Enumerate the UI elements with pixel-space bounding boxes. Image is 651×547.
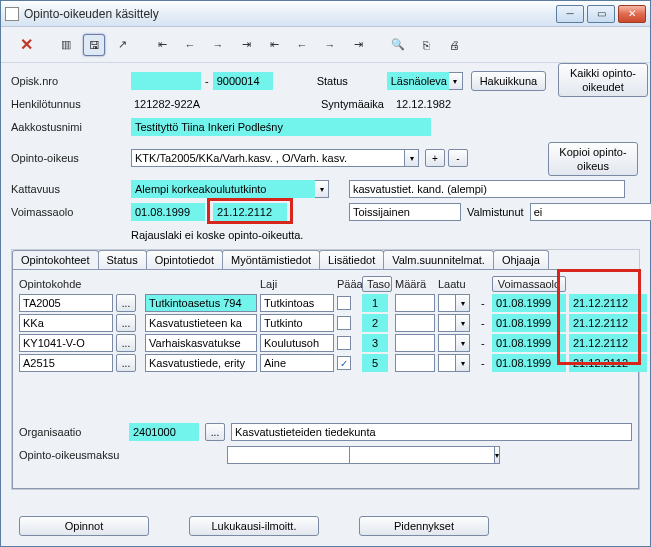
- row-dash: -: [481, 297, 489, 309]
- taso-header[interactable]: Taso: [362, 276, 392, 292]
- row-code[interactable]: [19, 294, 113, 312]
- row-maara[interactable]: [395, 294, 435, 312]
- row-maara[interactable]: [395, 354, 435, 372]
- kattavuus-combo[interactable]: Alempi korkeakoulututkinto ▾: [131, 180, 329, 198]
- label-valmistunut: Valmistunut: [461, 206, 530, 218]
- label-organisaatio: Organisaatio: [19, 426, 129, 438]
- tab-valm-suunnitelmat-[interactable]: Valm.suunnitelmat.: [383, 250, 494, 269]
- tab-ohjaaja[interactable]: Ohjaaja: [493, 250, 549, 269]
- first-icon[interactable]: ⇤: [151, 34, 173, 56]
- row-laji[interactable]: [260, 314, 334, 332]
- status-combo[interactable]: Läsnäoleva ▾: [387, 72, 463, 90]
- row-taso[interactable]: 5: [362, 354, 388, 372]
- add-opinto-button[interactable]: +: [425, 149, 445, 167]
- valmistunut-combo[interactable]: ▾: [530, 203, 620, 221]
- prev2-icon[interactable]: ←: [291, 34, 313, 56]
- lukukausi-button[interactable]: Lukukausi-ilmoitt.: [189, 516, 319, 536]
- next-icon[interactable]: →: [207, 34, 229, 56]
- row-laatu-combo[interactable]: ▾: [438, 334, 478, 352]
- tab-status[interactable]: Status: [98, 250, 147, 269]
- kopioi-opinto-oikeus-button[interactable]: Kopioi opinto-oikeus: [548, 142, 638, 176]
- hakuikkuna-button[interactable]: Hakuikkuna: [471, 71, 546, 91]
- pidennykset-button[interactable]: Pidennykset: [359, 516, 489, 536]
- last-icon[interactable]: ⇥: [235, 34, 257, 56]
- next2-icon[interactable]: →: [319, 34, 341, 56]
- tab-opintokohteet[interactable]: Opintokohteet: [12, 250, 99, 269]
- opinto-oikeus-combo[interactable]: ▾: [131, 149, 419, 167]
- kaikki-opinto-oikeudet-button[interactable]: Kaikki opinto-oikeudet: [558, 63, 648, 97]
- opinnot-button[interactable]: Opinnot: [19, 516, 149, 536]
- remove-opinto-button[interactable]: -: [448, 149, 468, 167]
- row-maara[interactable]: [395, 314, 435, 332]
- tab-lis-tiedot[interactable]: Lisätiedot: [319, 250, 384, 269]
- minimize-button[interactable]: ─: [556, 5, 584, 23]
- row-name[interactable]: [145, 334, 257, 352]
- row-code[interactable]: [19, 334, 113, 352]
- row-laatu-combo[interactable]: ▾: [438, 314, 478, 332]
- row-browse-button[interactable]: ...: [116, 354, 136, 372]
- row-name[interactable]: [145, 314, 257, 332]
- save-icon[interactable]: 🖫: [83, 34, 105, 56]
- voim-start[interactable]: 01.08.1999: [131, 203, 205, 221]
- voim-header[interactable]: Voimassaolo: [492, 276, 566, 292]
- search-icon[interactable]: 🔍: [387, 34, 409, 56]
- cancel-icon[interactable]: ✕: [15, 34, 37, 56]
- row-taso[interactable]: 2: [362, 314, 388, 332]
- row-laatu-combo[interactable]: ▾: [438, 294, 478, 312]
- organisaatio-name-field[interactable]: [231, 423, 632, 441]
- footer: Opinnot Lukukausi-ilmoitt. Pidennykset: [1, 510, 650, 546]
- print-icon[interactable]: 🖨: [443, 34, 465, 56]
- row-laji[interactable]: [260, 294, 334, 312]
- maximize-button[interactable]: ▭: [587, 5, 615, 23]
- copy-icon[interactable]: ⎘: [415, 34, 437, 56]
- row-name[interactable]: [145, 354, 257, 372]
- label-aakkostusnimi: Aakkostusnimi: [11, 121, 131, 133]
- close-button[interactable]: ✕: [618, 5, 646, 23]
- tab-opintotiedot[interactable]: Opintotiedot: [146, 250, 223, 269]
- row-laji[interactable]: [260, 334, 334, 352]
- row-voim-end[interactable]: 21.12.2112: [569, 354, 647, 372]
- first2-icon[interactable]: ⇤: [263, 34, 285, 56]
- row-code[interactable]: [19, 354, 113, 372]
- row-taso[interactable]: 3: [362, 334, 388, 352]
- organisaatio-code[interactable]: 2401000: [129, 423, 199, 441]
- laatu-header: Laatu: [438, 278, 478, 290]
- row-browse-button[interactable]: ...: [116, 294, 136, 312]
- last2-icon[interactable]: ⇥: [347, 34, 369, 56]
- organisaatio-browse-button[interactable]: ...: [205, 423, 225, 441]
- opintokohde-header: Opintokohde: [19, 278, 113, 290]
- voim-end[interactable]: 21.12.2112: [213, 203, 287, 221]
- opisk-nro-prefix[interactable]: [131, 72, 201, 90]
- row-laji[interactable]: [260, 354, 334, 372]
- row-code[interactable]: [19, 314, 113, 332]
- kattavuus2-field[interactable]: [349, 180, 625, 198]
- row-voim-end[interactable]: 21.12.2112: [569, 314, 647, 332]
- henkilotunnus-value: 121282-922A: [131, 97, 285, 111]
- row-laatu-combo[interactable]: ▾: [438, 354, 478, 372]
- row-voim-start[interactable]: 01.08.1999: [492, 354, 566, 372]
- row-voim-end[interactable]: 21.12.2112: [569, 294, 647, 312]
- row-maara[interactable]: [395, 334, 435, 352]
- maksu-combo2[interactable]: ▾: [349, 446, 385, 464]
- row-voim-end[interactable]: 21.12.2112: [569, 334, 647, 352]
- row-paa-checkbox[interactable]: [337, 316, 351, 330]
- row-paa-checkbox[interactable]: [337, 336, 351, 350]
- export-icon[interactable]: ↗: [111, 34, 133, 56]
- opisk-nro-suffix[interactable]: 9000014: [213, 72, 273, 90]
- row-taso[interactable]: 1: [362, 294, 388, 312]
- row-voim-start[interactable]: 01.08.1999: [492, 314, 566, 332]
- row-browse-button[interactable]: ...: [116, 314, 136, 332]
- maksu-combo1[interactable]: ▾: [227, 446, 263, 464]
- row-browse-button[interactable]: ...: [116, 334, 136, 352]
- prev-icon[interactable]: ←: [179, 34, 201, 56]
- row-paa-checkbox[interactable]: [337, 296, 351, 310]
- tab-my-nt-mistiedot[interactable]: Myöntämistiedot: [222, 250, 320, 269]
- row-name[interactable]: [145, 294, 257, 312]
- window-title: Opinto-oikeuden käsittely: [24, 7, 556, 21]
- row-voim-start[interactable]: 01.08.1999: [492, 334, 566, 352]
- new-icon[interactable]: ▥: [55, 34, 77, 56]
- paa-header: Pääaine: [337, 278, 359, 290]
- row-voim-start[interactable]: 01.08.1999: [492, 294, 566, 312]
- row-paa-checkbox[interactable]: ✓: [337, 356, 351, 370]
- toissijainen-field[interactable]: [349, 203, 461, 221]
